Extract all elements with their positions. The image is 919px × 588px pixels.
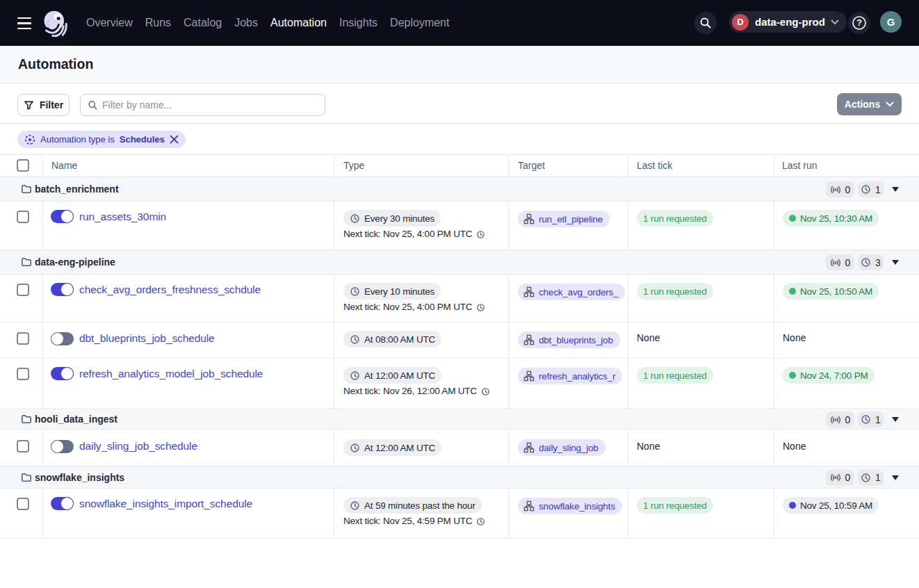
svg-text:?: ? (856, 18, 862, 28)
